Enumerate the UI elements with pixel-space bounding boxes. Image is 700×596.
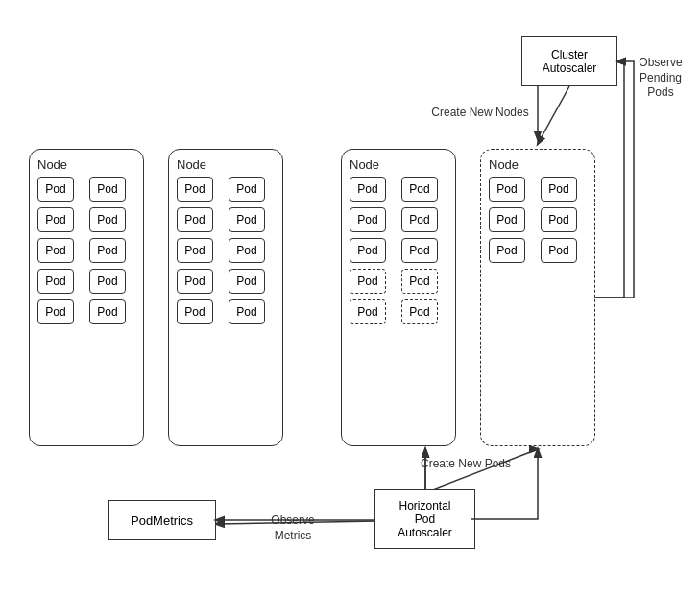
pod: Pod <box>177 238 213 263</box>
pod: Pod <box>177 177 213 202</box>
pod: Pod <box>229 207 265 232</box>
pod: Pod <box>541 177 577 202</box>
pod: Pod <box>177 269 213 294</box>
svg-line-5 <box>425 449 538 492</box>
pod-new: Pod <box>350 299 386 324</box>
observe-pending-pods-label: ObservePendingPods <box>626 56 695 101</box>
node-3: Node Pod Pod Pod Pod Pod Pod Pod Pod Pod… <box>341 149 456 446</box>
cluster-autoscaler-label: ClusterAutoscaler <box>543 48 597 75</box>
node-3-label: Node <box>350 157 447 172</box>
pod: Pod <box>37 207 74 232</box>
cluster-autoscaler-box: ClusterAutoscaler <box>521 36 617 86</box>
node-1: Node Pod Pod Pod Pod Pod Pod Pod Pod Pod… <box>29 149 144 446</box>
pod: Pod <box>401 207 438 232</box>
pod-metrics-box: PodMetrics <box>108 500 216 540</box>
pod-new: Pod <box>401 269 438 294</box>
pod: Pod <box>401 177 438 202</box>
create-new-pods-label: Create New Pods <box>403 457 528 470</box>
pod: Pod <box>177 207 213 232</box>
node-1-pod-grid: Pod Pod Pod Pod Pod Pod Pod Pod Pod Pod <box>37 177 135 324</box>
node-2: Node Pod Pod Pod Pod Pod Pod Pod Pod Pod… <box>168 149 283 446</box>
pod: Pod <box>401 238 438 263</box>
pod: Pod <box>489 177 525 202</box>
pod: Pod <box>89 207 126 232</box>
pod-new: Pod <box>350 269 386 294</box>
node-1-label: Node <box>37 157 135 172</box>
pod: Pod <box>350 238 386 263</box>
pod: Pod <box>489 238 525 263</box>
pod: Pod <box>89 238 126 263</box>
pod: Pod <box>37 299 74 324</box>
hpa-box: HorizontalPodAutoscaler <box>374 489 475 549</box>
pod: Pod <box>350 177 386 202</box>
pod: Pod <box>229 299 265 324</box>
node-4-label: Node <box>489 157 587 172</box>
pod: Pod <box>37 238 74 263</box>
pod: Pod <box>89 299 126 324</box>
node-2-label: Node <box>177 157 275 172</box>
pod: Pod <box>89 269 126 294</box>
pod: Pod <box>541 238 577 263</box>
pod: Pod <box>89 177 126 202</box>
pod: Pod <box>229 177 265 202</box>
hpa-label: HorizontalPodAutoscaler <box>398 499 452 539</box>
pod-new: Pod <box>401 299 438 324</box>
node-2-pod-grid: Pod Pod Pod Pod Pod Pod Pod Pod Pod Pod <box>177 177 275 324</box>
pod: Pod <box>541 207 577 232</box>
pod: Pod <box>229 238 265 263</box>
pod-metrics-label: PodMetrics <box>131 513 193 528</box>
node-3-pod-grid: Pod Pod Pod Pod Pod Pod Pod Pod Pod Pod <box>350 177 447 324</box>
pod: Pod <box>177 299 213 324</box>
pod: Pod <box>37 269 74 294</box>
observe-metrics-label: ObserveMetrics <box>245 513 341 543</box>
create-new-nodes-label: Create New Nodes <box>413 106 547 119</box>
node-4-pod-grid: Pod Pod Pod Pod Pod Pod <box>489 177 587 263</box>
pod: Pod <box>37 177 74 202</box>
pod: Pod <box>350 207 386 232</box>
pod: Pod <box>229 269 265 294</box>
diagram: Node Pod Pod Pod Pod Pod Pod Pod Pod Pod… <box>0 0 700 596</box>
pod: Pod <box>489 207 525 232</box>
node-4: Node Pod Pod Pod Pod Pod Pod <box>480 149 595 446</box>
